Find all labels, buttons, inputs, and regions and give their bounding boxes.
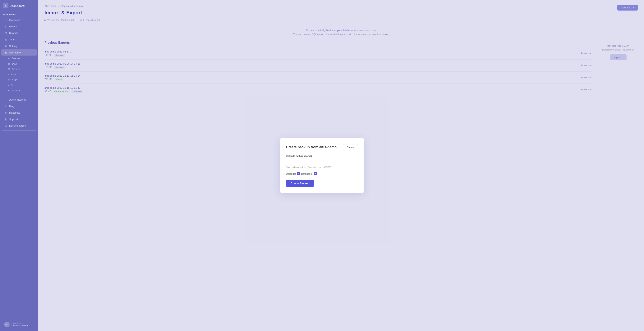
uploads-checkbox-row: Uploads: Database: (286, 172, 358, 175)
uploads-path-label: Uploads Path (optional) (286, 155, 358, 157)
create-backup-button[interactable]: Create Backup (286, 180, 314, 187)
create-backup-modal: Create backup from altis-demo Cancel Upl… (280, 138, 364, 193)
modal-header: Create backup from altis-demo Cancel (286, 144, 358, 150)
database-checkbox-label: Database: (301, 172, 312, 175)
uploads-checkbox[interactable] (297, 172, 300, 175)
modal-title: Create backup from altis-demo (286, 145, 336, 149)
uploads-path-hint: Only backup a subset of uploads. e.g. /2… (286, 166, 358, 168)
modal-overlay[interactable]: Create backup from altis-demo Cancel Upl… (0, 0, 644, 331)
cancel-button[interactable]: Cancel (343, 144, 358, 150)
uploads-path-input[interactable] (286, 159, 358, 165)
uploads-checkbox-label: Uploads: (286, 172, 296, 175)
database-checkbox[interactable] (314, 172, 317, 175)
